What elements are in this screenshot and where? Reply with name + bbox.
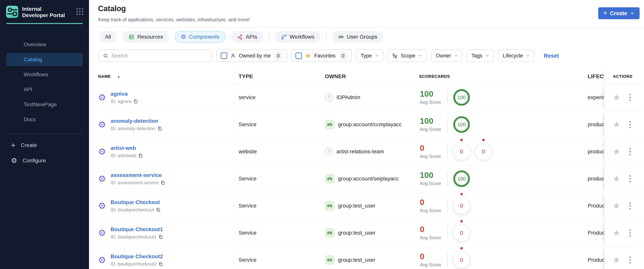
copy-icon[interactable] <box>158 126 162 131</box>
avg-score-label: Avg Score <box>420 181 447 186</box>
tab-all[interactable]: All <box>99 31 117 43</box>
tab-resources[interactable]: Resources <box>123 31 169 43</box>
owner-name: artist-relations-team <box>336 149 384 155</box>
create-button[interactable]: + Create <box>598 7 640 19</box>
favorite-star-icon[interactable] <box>613 229 620 237</box>
component-name-link[interactable]: Boutique Checkout2 <box>110 254 163 260</box>
search-input[interactable] <box>112 53 208 59</box>
component-name-link[interactable]: assessment-service <box>110 172 165 178</box>
sidebar-item-testnewpage[interactable]: TestNewPage <box>6 98 83 111</box>
favorite-star-icon[interactable] <box>613 94 620 101</box>
sidebar-create-button[interactable]: + Create <box>6 139 83 152</box>
table-row[interactable]: ⚙ Boutique Checkout ID: boutiquecheckout… <box>89 192 644 220</box>
favorites-checkbox[interactable] <box>296 52 302 59</box>
kebab-menu-icon[interactable] <box>628 174 632 184</box>
copy-icon[interactable] <box>156 208 160 212</box>
favorite-star-icon[interactable] <box>613 175 620 182</box>
table-body: ⚙ agniva ID: agniva service ? IDPAdmin 1… <box>89 84 644 269</box>
table-row[interactable]: ⚙ agniva ID: agniva service ? IDPAdmin 1… <box>89 84 644 111</box>
owner-cell: ? artist-relations-team <box>324 138 419 165</box>
column-header-owner[interactable]: OWNER <box>324 69 419 84</box>
favorites-count: 0 <box>339 51 348 60</box>
column-header-type[interactable]: TYPE <box>234 69 324 84</box>
kebab-menu-icon[interactable] <box>628 201 632 211</box>
lifecycle-filter-label: Lifecycle <box>503 53 523 59</box>
type-filter-dropdown[interactable]: Type <box>356 49 384 62</box>
owner-cell: ? group:account/seiplayacc <box>324 165 419 192</box>
tab-apis[interactable]: APIs <box>231 31 263 43</box>
owned-by-me-filter[interactable]: Owned by me 0 <box>216 49 287 62</box>
scorecard-ring[interactable]: 0 <box>453 198 470 214</box>
sidebar-item-api[interactable]: API <box>6 83 83 96</box>
scorecard-ring[interactable]: 0 <box>475 143 492 160</box>
chevron-down-icon <box>375 54 379 58</box>
kebab-menu-icon[interactable] <box>628 147 632 156</box>
scorecard-ring[interactable]: 0 <box>453 143 470 160</box>
sidebar-configure-button[interactable]: ⚙ Configure <box>6 154 83 167</box>
scorecard-ring[interactable]: 0 <box>453 225 470 241</box>
sidebar-item-workflows[interactable]: Workflows <box>6 68 83 81</box>
table-row[interactable]: ⚙ anomaly-detection ID: anomaly-detectio… <box>89 111 644 138</box>
kebab-menu-icon[interactable] <box>628 228 632 238</box>
component-gear-icon: ⚙ <box>98 229 106 237</box>
table-row[interactable]: ⚙ Boutique Checkout2 ID: boutiquecheckou… <box>89 247 644 269</box>
component-name-link[interactable]: Boutique Checkout1 <box>110 226 163 233</box>
favorite-star-icon[interactable] <box>613 202 620 210</box>
sidebar-item-docs[interactable]: Docs <box>6 113 83 126</box>
component-id-line: ID: anomaly-detection <box>110 126 162 131</box>
tab-user-groups[interactable]: User Groups <box>332 31 383 43</box>
copy-icon[interactable] <box>160 180 165 185</box>
page-title: Catalog <box>98 4 126 13</box>
column-header-lifecycle[interactable]: LIFECYCLE <box>588 69 604 84</box>
reset-filters-link[interactable]: Reset <box>544 53 559 59</box>
owned-by-me-checkbox[interactable] <box>221 52 227 59</box>
scorecard-ring[interactable]: 100 <box>453 89 470 106</box>
component-name-link[interactable]: anomaly-detection <box>110 118 162 124</box>
tab-components[interactable]: ⚙ Components <box>175 31 226 43</box>
table-row[interactable]: ⚙ artist-web ID: artistweb website ? art… <box>89 138 644 165</box>
owner-badge: ? <box>325 93 333 101</box>
kebab-menu-icon[interactable] <box>628 255 632 265</box>
scorecard-ring[interactable]: 100 <box>453 170 470 187</box>
scorecard-zero-tick <box>460 193 463 195</box>
avg-score-label: Avg Score <box>420 235 447 240</box>
tab-workflows[interactable]: Workflows <box>275 31 320 43</box>
favorite-star-icon[interactable] <box>613 256 620 264</box>
column-header-name[interactable]: NAME ▲ <box>89 69 234 84</box>
scorecard-ring[interactable]: 100 <box>453 116 470 133</box>
lifecycle-filter-dropdown[interactable]: Lifecycle <box>498 49 534 62</box>
sidebar-item-overview[interactable]: Overview <box>6 38 83 51</box>
favorite-star-icon[interactable] <box>613 121 620 128</box>
scope-filter-label: Scope <box>401 53 416 59</box>
favorite-star-icon[interactable] <box>613 148 620 155</box>
actions-cell <box>604 192 644 219</box>
scorecard-ring[interactable]: 0 <box>453 252 470 268</box>
scope-filter-dropdown[interactable]: Scope <box>388 49 427 62</box>
copy-icon[interactable] <box>158 235 163 239</box>
kebab-menu-icon[interactable] <box>628 120 632 129</box>
app-switcher-icon[interactable] <box>76 8 83 15</box>
apis-icon <box>237 34 243 40</box>
tags-filter-dropdown[interactable]: Tags <box>467 49 494 62</box>
sidebar-item-catalog[interactable]: Catalog <box>6 53 83 66</box>
copy-icon[interactable] <box>133 99 138 104</box>
actions-cell <box>604 84 644 111</box>
table-row[interactable]: ⚙ assessment-service ID: assessment-serv… <box>89 165 644 192</box>
main-content: Catalog Keep track of applications, serv… <box>89 0 644 269</box>
workflows-icon <box>281 34 287 40</box>
table-row[interactable]: ⚙ Boutique Checkout1 ID: boutiquecheckou… <box>89 220 644 247</box>
component-name-link[interactable]: artist-web <box>110 145 143 151</box>
copy-icon[interactable] <box>158 262 163 266</box>
kebab-menu-icon[interactable] <box>628 93 632 102</box>
name-stack: artist-web ID: artistweb <box>110 145 143 158</box>
owner-filter-dropdown[interactable]: Owner <box>431 49 463 62</box>
component-name-link[interactable]: Boutique Checkout <box>110 199 160 205</box>
owner-badge: ? <box>325 120 334 129</box>
scorecard-rings: 0 <box>453 225 470 241</box>
copy-icon[interactable] <box>138 153 143 158</box>
component-id: ID: boutiquecheckout2 <box>110 261 156 267</box>
favorites-filter[interactable]: Favorites 0 <box>291 49 352 62</box>
column-header-scorecards[interactable]: SCORECARDS <box>419 69 588 84</box>
component-name-link[interactable]: agniva <box>110 91 138 97</box>
component-lifecycle: production <box>588 111 604 138</box>
